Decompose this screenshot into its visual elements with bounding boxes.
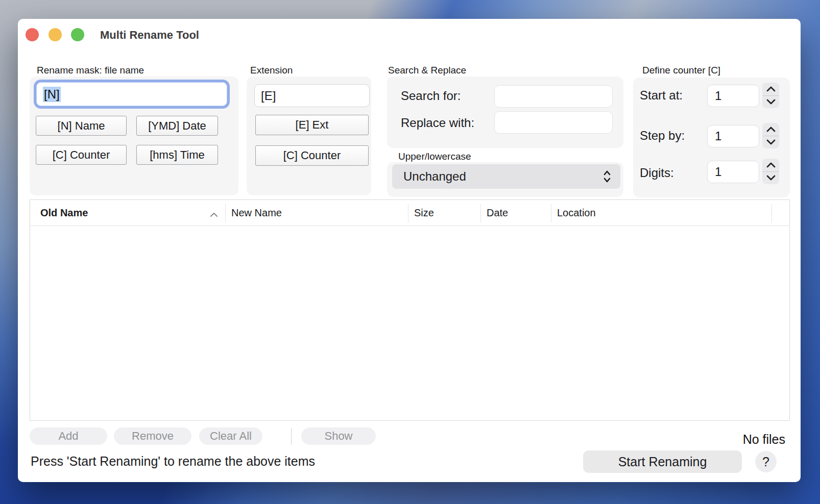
- stepper-up-icon[interactable]: [762, 83, 779, 96]
- step-by-label: Step by:: [640, 129, 685, 143]
- window-title: Multi Rename Tool: [100, 29, 199, 42]
- footer-divider: [291, 428, 292, 445]
- column-header-size[interactable]: Size: [414, 200, 434, 226]
- add-button[interactable]: Add: [30, 427, 107, 445]
- column-separator: [771, 204, 772, 222]
- rename-mask-input[interactable]: [N]: [36, 82, 227, 106]
- status-text: Press 'Start Renaming' to rename the abo…: [31, 454, 315, 469]
- sort-ascending-icon: [210, 210, 218, 219]
- stepper-down-icon[interactable]: [762, 96, 779, 109]
- search-replace-section-label: Search & Replace: [388, 65, 466, 76]
- start-at-input[interactable]: [707, 85, 759, 107]
- zoom-button[interactable]: [71, 28, 84, 41]
- remove-button[interactable]: Remove: [114, 427, 191, 445]
- help-button[interactable]: ?: [755, 451, 777, 472]
- column-separator: [225, 204, 226, 222]
- search-for-label: Search for:: [401, 89, 461, 103]
- stepper-down-icon[interactable]: [762, 136, 779, 149]
- selected-text: [N]: [43, 87, 61, 102]
- case-dropdown-value: Unchanged: [403, 169, 466, 184]
- minimize-button[interactable]: [49, 28, 62, 41]
- case-section-label: Upper/lowercase: [398, 151, 471, 162]
- multi-rename-tool-window: Multi Rename Tool Rename mask: file name…: [18, 19, 801, 482]
- define-counter-section-label: Define counter [C]: [642, 65, 720, 76]
- case-dropdown[interactable]: Unchanged: [392, 164, 620, 189]
- extension-input[interactable]: [254, 84, 370, 107]
- replace-with-input[interactable]: [494, 111, 613, 134]
- column-header-location[interactable]: Location: [557, 200, 596, 226]
- column-header-new-name[interactable]: New Name: [231, 200, 282, 226]
- stepper-up-icon[interactable]: [762, 123, 779, 136]
- digits-stepper[interactable]: [762, 159, 779, 184]
- show-button[interactable]: Show: [301, 427, 376, 445]
- column-separator: [408, 204, 408, 222]
- digits-input[interactable]: [707, 161, 759, 183]
- step-by-input[interactable]: [707, 125, 759, 147]
- start-at-label: Start at:: [640, 88, 683, 103]
- insert-name-button[interactable]: [N] Name: [36, 116, 127, 136]
- stepper-up-icon[interactable]: [762, 159, 779, 172]
- column-header-old-name[interactable]: Old Name: [40, 200, 88, 226]
- file-count-label: No files: [743, 432, 785, 447]
- search-for-input[interactable]: [494, 85, 613, 108]
- replace-with-label: Replace with:: [401, 116, 474, 130]
- extension-section-label: Extension: [250, 65, 293, 76]
- insert-counter-button[interactable]: [C] Counter: [36, 145, 127, 165]
- clear-all-button[interactable]: Clear All: [199, 427, 262, 445]
- rename-mask-section-label: Rename mask: file name: [37, 65, 144, 76]
- column-separator: [480, 204, 481, 222]
- table-header: Old Name New Name Size Date Location: [30, 200, 789, 226]
- insert-time-button[interactable]: [hms] Time: [136, 145, 218, 165]
- file-table: Old Name New Name Size Date Location: [30, 199, 790, 421]
- column-header-date[interactable]: Date: [487, 200, 508, 226]
- step-by-stepper[interactable]: [762, 123, 779, 148]
- dropdown-arrows-icon: [603, 170, 611, 183]
- close-button[interactable]: [26, 28, 39, 41]
- file-list-empty-area: [30, 226, 789, 420]
- insert-ext-button[interactable]: [E] Ext: [255, 115, 369, 135]
- start-renaming-button[interactable]: Start Renaming: [583, 450, 742, 473]
- digits-label: Digits:: [640, 166, 674, 180]
- insert-date-button[interactable]: [YMD] Date: [136, 116, 218, 136]
- stepper-down-icon[interactable]: [762, 172, 779, 185]
- insert-ext-counter-button[interactable]: [C] Counter: [255, 145, 369, 166]
- column-separator: [551, 204, 551, 222]
- start-at-stepper[interactable]: [762, 83, 779, 108]
